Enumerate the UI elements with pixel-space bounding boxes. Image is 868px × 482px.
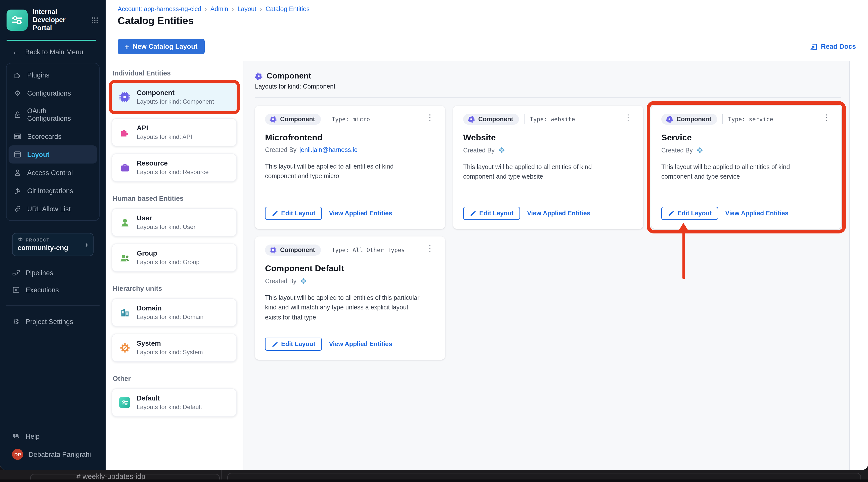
view-applied-entities-link[interactable]: View Applied Entities [725,210,788,217]
entity-item-api[interactable]: API Layouts for kind: API [112,118,237,146]
system-gear-icon [119,342,130,353]
briefcase-icon [119,162,130,173]
read-docs-label: Read Docs [821,43,856,50]
edit-layout-button[interactable]: Edit Layout [661,207,718,220]
plus-icon: + [125,43,129,50]
sidebar-item-label: Project Settings [26,318,73,325]
sidebar-item-oauth-configurations[interactable]: OAuth Configurations [8,102,97,127]
entity-name: Group [137,249,199,257]
sidebar-item-label: Layout [27,151,50,158]
sidebar-item-help[interactable]: ? Help [0,428,105,445]
sidebar-item-label: Scorecards [27,132,62,140]
entity-desc: Layouts for kind: Component [137,98,214,105]
kebab-menu-icon[interactable]: ⋮ [425,244,435,252]
sidebar-item-executions[interactable]: Executions [0,281,105,298]
entity-desc: Layouts for kind: Domain [137,313,204,321]
sidebar-item-label: Executions [26,286,59,294]
brand-title: Internal Developer Portal [33,8,85,32]
view-applied-entities-link[interactable]: View Applied Entities [329,341,392,348]
kebab-menu-icon[interactable]: ⋮ [425,114,435,122]
puzzle-icon [13,71,22,79]
screen-bottom-strip [0,480,868,482]
link-icon [13,205,22,213]
edit-layout-button[interactable]: Edit Layout [265,338,322,351]
background-window-bar: # weekly-updates-idp [0,470,868,482]
divider [326,114,327,124]
right-edge-strip [849,61,868,470]
entity-item-resource[interactable]: Resource Layouts for kind: Resource [112,153,237,182]
edit-layout-button[interactable]: Edit Layout [463,207,520,220]
pencil-icon [272,210,278,217]
divider [722,114,723,124]
chevron-separator: › [232,5,234,12]
sidebar-item-project-settings[interactable]: ⚙ Project Settings [0,313,105,330]
kebab-menu-icon[interactable]: ⋮ [623,114,633,122]
edit-layout-button[interactable]: Edit Layout [265,207,322,220]
user-name: Debabrata Panigrahi [29,451,91,458]
component-badge: Component [265,114,321,125]
section-hierarchy-units: Hierarchy units [113,285,236,292]
breadcrumb-admin[interactable]: Admin [211,5,228,12]
chip-icon [255,72,262,80]
divider [326,245,327,255]
entity-item-domain[interactable]: Domain Layouts for kind: Domain [112,298,237,327]
created-by-label: Created By [265,146,297,153]
page-header: Account: app-harness-ng-cicd › Admin › L… [105,0,868,32]
project-info: PROJECT community-eng [18,237,85,251]
pencil-icon [668,210,674,217]
project-eyebrow-label: PROJECT [26,237,50,242]
svg-text:?: ? [14,434,17,437]
layout-card-website: Component Type: website ⋮ Website Create… [453,106,643,229]
entity-name: API [137,124,192,132]
project-selector[interactable]: PROJECT community-eng › [12,233,94,256]
entity-desc: Layouts for kind: User [137,223,195,231]
sidebar-item-label: URL Allow List [27,205,71,213]
entity-item-default[interactable]: Default Layouts for kind: Default [112,388,237,417]
sidebar-item-git-integrations[interactable]: Git Integrations [8,182,97,200]
layouts-area: Component Layouts for kind: Component [243,61,849,470]
backstage-icon[interactable] [696,146,703,154]
sidebar-item-plugins[interactable]: Plugins [8,66,97,84]
sidebar-item-url-allow-list[interactable]: URL Allow List [8,200,97,218]
back-to-main-menu[interactable]: ← Back to Main Menu [0,41,105,61]
gears-icon: ⚙ [13,89,22,97]
read-docs-link[interactable]: Read Docs [810,42,856,51]
sidebar-item-scorecards[interactable]: Scorecards [8,127,97,145]
sidebar-item-layout[interactable]: Layout [8,145,97,163]
backstage-icon[interactable] [300,277,307,285]
created-by-label: Created By [463,147,495,154]
sidebar-item-configurations[interactable]: ⚙ Configurations [8,84,97,102]
entity-item-group[interactable]: Group Layouts for kind: Group [112,243,237,272]
card-description: This layout will be applied to all entit… [661,162,831,182]
kind-title: Component [267,71,311,81]
created-by-link[interactable]: jenil.jain@harness.io [300,146,358,153]
sidebar-item-access-control[interactable]: Access Control [8,163,97,182]
person-icon [13,169,22,177]
entity-item-system[interactable]: System Layouts for kind: System [112,334,237,362]
entity-item-component[interactable]: Component Layouts for kind: Component [112,83,237,111]
sidebar-item-label: Pipelines [26,269,53,276]
kebab-menu-icon[interactable]: ⋮ [821,114,831,122]
breadcrumb-layout[interactable]: Layout [237,5,256,12]
sidebar-item-label: Help [26,432,40,440]
view-applied-entities-link[interactable]: View Applied Entities [329,210,392,217]
entity-name: Resource [137,159,209,167]
section-human-based-entities: Human based Entities [113,195,236,202]
main-column: Account: app-harness-ng-cicd › Admin › L… [105,0,868,470]
created-by-label: Created By [661,147,693,154]
backstage-icon[interactable] [498,146,505,154]
kind-subtitle: Layouts for kind: Component [255,83,841,90]
breadcrumb-catalog-entities[interactable]: Catalog Entities [266,5,310,12]
sidebar-item-pipelines[interactable]: Pipelines [0,264,105,281]
new-catalog-layout-label: New Catalog Layout [133,43,198,50]
sidebar-item-label: Git Integrations [27,187,73,194]
read-docs-icon [810,42,818,51]
layout-card-microfrontend: Component Type: micro ⋮ Microfrontend Cr… [255,106,445,229]
breadcrumb-account[interactable]: Account: app-harness-ng-cicd [118,5,201,12]
entity-item-user[interactable]: User Layouts for kind: User [112,208,237,237]
view-applied-entities-link[interactable]: View Applied Entities [527,210,590,217]
new-catalog-layout-button[interactable]: + New Catalog Layout [118,39,205,54]
app-switcher-grid-icon[interactable] [91,17,99,24]
admin-nav: Plugins ⚙ Configurations OAuth Configura… [6,63,100,221]
user-menu[interactable]: DP Debabrata Panigrahi [0,445,105,470]
